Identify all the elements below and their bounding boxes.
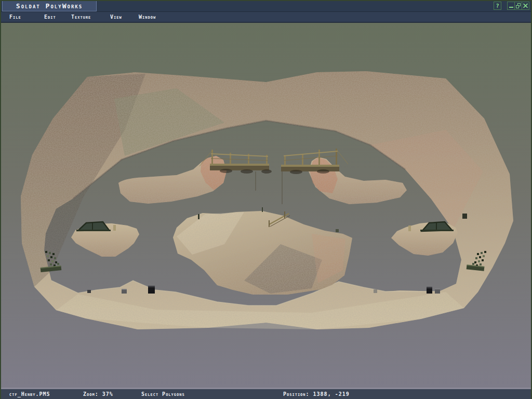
status-bar: ctf_Henby.PMS Zoom: 37% Select Polygons … bbox=[0, 388, 532, 399]
map-canvas[interactable] bbox=[0, 23, 532, 388]
title-bar: Soldat PolyWorks ? bbox=[0, 0, 532, 11]
restore-button[interactable] bbox=[514, 2, 522, 10]
menu-item-edit[interactable]: Edit bbox=[43, 14, 58, 20]
menu-item-window[interactable]: Window bbox=[137, 14, 157, 20]
menu-item-view[interactable]: View bbox=[109, 14, 124, 20]
status-zoom: Zoom: 37% bbox=[83, 391, 113, 397]
menu-bar: File Edit Texture View Window bbox=[0, 11, 532, 23]
status-tool: Select Polygons bbox=[141, 391, 185, 397]
window-title: Soldat PolyWorks bbox=[16, 2, 83, 10]
help-button[interactable]: ? bbox=[494, 2, 501, 10]
window-controls: ? bbox=[494, 2, 529, 10]
status-position: Position: 1388, -219 bbox=[283, 391, 350, 397]
minimize-icon bbox=[509, 7, 513, 8]
menu-item-file[interactable]: File bbox=[8, 14, 23, 20]
close-button[interactable] bbox=[522, 2, 529, 10]
minimize-button[interactable] bbox=[507, 2, 515, 10]
status-filename: ctf_Henby.PMS bbox=[9, 391, 50, 397]
menu-item-texture[interactable]: Texture bbox=[70, 14, 92, 20]
app-window: Soldat PolyWorks ? File Edit Texture Vie… bbox=[0, 0, 532, 399]
help-icon: ? bbox=[496, 3, 499, 9]
title-box: Soldat PolyWorks bbox=[2, 1, 97, 11]
